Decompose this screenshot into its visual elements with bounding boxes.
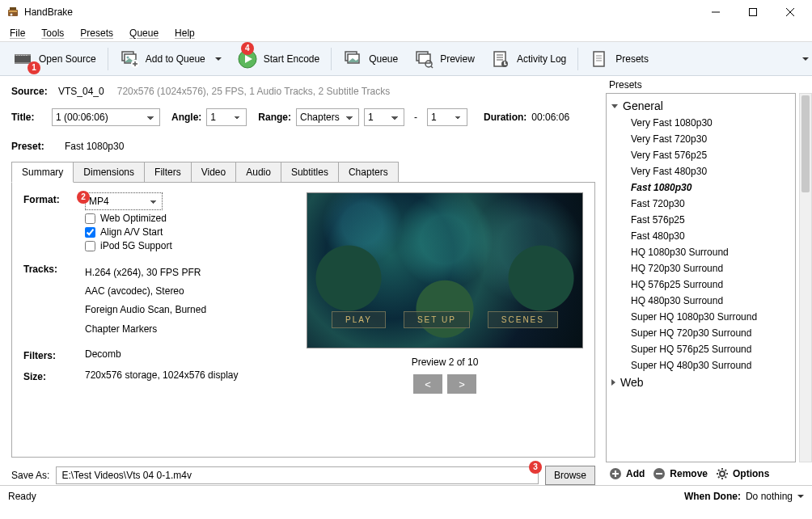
- menu-presets[interactable]: Presets: [74, 26, 120, 40]
- menu-queue[interactable]: Queue: [123, 26, 165, 40]
- start-encode-button[interactable]: Start Encode 4: [230, 45, 328, 73]
- badge-3: 3: [529, 461, 542, 474]
- titlebar: HandBrake: [0, 0, 812, 24]
- title-label: Title:: [11, 112, 47, 123]
- preset-item[interactable]: HQ 480p30 Surround: [607, 293, 795, 309]
- preset-actions: Add Remove Options: [603, 462, 812, 485]
- preset-item[interactable]: Very Fast 576p25: [607, 147, 795, 163]
- range-label: Range:: [258, 112, 291, 123]
- svg-rect-1: [9, 11, 17, 12]
- preview-image: PLAY SET UP SCENES: [307, 192, 583, 348]
- preview-button[interactable]: Preview: [406, 45, 483, 73]
- preset-item[interactable]: Fast 576p25: [607, 212, 795, 228]
- minimize-button[interactable]: [697, 0, 734, 24]
- left-pane: Source: VTS_04_0 720x576 (1024x576), 25 …: [0, 76, 602, 485]
- preset-item[interactable]: Super HQ 576p25 Surround: [607, 341, 795, 357]
- activity-log-button[interactable]: Activity Log: [483, 45, 574, 73]
- add-to-queue-button[interactable]: Add to Queue: [112, 45, 230, 73]
- preview-dvd-menu: PLAY SET UP SCENES: [307, 311, 582, 328]
- ipod-checkbox[interactable]: [85, 241, 95, 251]
- summary-left: Format: 2 MP4 Web Optimized Align A/V St…: [23, 192, 290, 447]
- presets-pane: Presets General Very Fast 1080p30 Very F…: [602, 76, 812, 485]
- preset-tree[interactable]: General Very Fast 1080p30 Very Fast 720p…: [606, 93, 796, 462]
- duration-value: 00:06:06: [531, 112, 569, 123]
- filters-value: Decomb: [85, 348, 121, 360]
- range-from-select[interactable]: 1: [364, 108, 404, 126]
- when-done-label: When Done:: [684, 491, 741, 502]
- svg-rect-35: [504, 61, 505, 65]
- tab-audio[interactable]: Audio: [235, 162, 281, 182]
- save-as-input[interactable]: [56, 466, 539, 484]
- tracks-label: Tracks:: [23, 262, 85, 275]
- content: Source: VTS_04_0 720x576 (1024x576), 25 …: [0, 76, 812, 485]
- size-value: 720x576 storage, 1024x576 display: [85, 369, 238, 381]
- svg-line-51: [718, 470, 720, 471]
- preset-add-button[interactable]: Add: [609, 467, 645, 480]
- svg-rect-37: [594, 52, 604, 66]
- svg-line-53: [718, 477, 720, 479]
- range-to-select[interactable]: 1: [427, 108, 467, 126]
- preset-item[interactable]: Super HQ 1080p30 Surround: [607, 309, 795, 325]
- tab-summary[interactable]: Summary: [11, 162, 74, 183]
- preset-label: Preset:: [11, 141, 53, 152]
- menu-help[interactable]: Help: [168, 26, 201, 40]
- when-done[interactable]: When Done: Do nothing: [684, 491, 804, 502]
- svg-rect-12: [19, 55, 20, 56]
- browse-button[interactable]: Browse: [545, 466, 595, 485]
- preset-value: Fast 1080p30: [65, 141, 124, 152]
- tab-video[interactable]: Video: [191, 162, 236, 182]
- preset-item-selected[interactable]: Fast 1080p30: [607, 179, 795, 196]
- scrollbar-thumb[interactable]: [801, 95, 810, 192]
- format-select[interactable]: MP4: [85, 192, 163, 210]
- close-button[interactable]: [772, 0, 809, 24]
- align-av-label: Align A/V Start: [100, 226, 163, 238]
- tab-chapters[interactable]: Chapters: [338, 162, 399, 182]
- preview-label: Preview: [440, 53, 475, 65]
- preset-item[interactable]: Very Fast 1080p30: [607, 115, 795, 131]
- preset-item[interactable]: Fast 720p30: [607, 196, 795, 212]
- preset-item[interactable]: HQ 576p25 Surround: [607, 276, 795, 293]
- dvd-menu-play: PLAY: [332, 311, 386, 328]
- preset-remove-button[interactable]: Remove: [653, 467, 708, 480]
- open-source-button[interactable]: Open Source 1: [5, 45, 104, 73]
- angle-label: Angle:: [171, 112, 201, 123]
- chevron-down-icon: [611, 104, 618, 108]
- angle-select[interactable]: 1: [206, 108, 247, 126]
- save-as-label: Save As:: [11, 470, 49, 481]
- preset-item[interactable]: HQ 720p30 Surround: [607, 260, 795, 276]
- size-label: Size:: [23, 369, 85, 382]
- preset-item[interactable]: Very Fast 720p30: [607, 131, 795, 147]
- range-type-select[interactable]: Chapters: [296, 108, 359, 126]
- preset-group-web[interactable]: Web: [607, 373, 795, 391]
- preset-item[interactable]: Very Fast 480p30: [607, 163, 795, 179]
- preset-options-button[interactable]: Options: [716, 467, 769, 480]
- svg-point-18: [126, 56, 129, 58]
- images-plus-icon: [120, 49, 139, 69]
- preview-next-button[interactable]: >: [447, 374, 476, 394]
- menu-file[interactable]: File: [3, 26, 32, 40]
- chevron-right-icon: [611, 379, 615, 386]
- presets-button[interactable]: Presets: [582, 45, 657, 73]
- menu-tools[interactable]: Tools: [35, 26, 70, 40]
- preset-item[interactable]: Fast 480p30: [607, 228, 795, 244]
- preset-item[interactable]: HQ 1080p30 Surround: [607, 244, 795, 260]
- maximize-button[interactable]: [734, 0, 772, 24]
- align-av-checkbox[interactable]: [85, 227, 95, 238]
- preview-prev-button[interactable]: <: [413, 374, 442, 394]
- images-search-icon: [414, 49, 433, 69]
- preset-item[interactable]: Super HQ 720p30 Surround: [607, 325, 795, 341]
- preset-item[interactable]: Super HQ 480p30 Surround: [607, 357, 795, 373]
- preset-scrollbar[interactable]: [799, 93, 812, 462]
- title-select[interactable]: 1 (00:06:06): [52, 108, 160, 126]
- queue-button[interactable]: Queue: [335, 45, 406, 73]
- status-text: Ready: [8, 491, 36, 502]
- minus-circle-icon: [653, 467, 666, 480]
- web-optimized-checkbox[interactable]: [85, 213, 95, 224]
- toolbar-overflow[interactable]: [799, 57, 809, 61]
- images-icon: [343, 49, 362, 69]
- chevron-down-icon: [797, 495, 804, 498]
- tab-dimensions[interactable]: Dimensions: [73, 162, 145, 182]
- preset-group-general[interactable]: General: [607, 97, 795, 115]
- tab-subtitles[interactable]: Subtitles: [281, 162, 339, 182]
- tab-filters[interactable]: Filters: [144, 162, 192, 182]
